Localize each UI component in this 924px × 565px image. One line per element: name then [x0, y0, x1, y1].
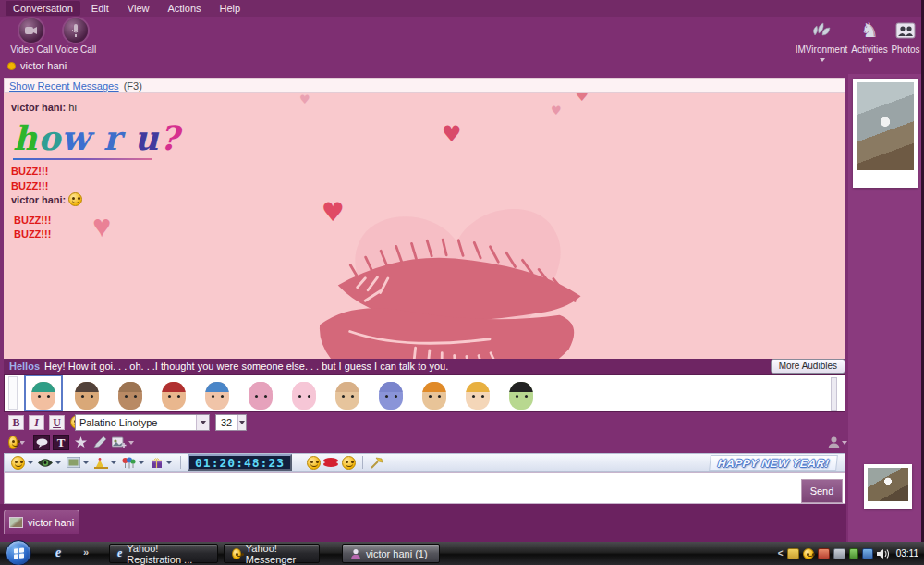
audibles-strip — [4, 374, 845, 412]
wink-emoji-icon[interactable] — [341, 455, 356, 470]
message-input-area[interactable]: Send — [4, 472, 845, 504]
folder-tray-icon[interactable] — [787, 548, 799, 559]
taskbar-button-label: Yahoo! Registration ... — [127, 543, 210, 565]
gift-box-icon[interactable] — [149, 455, 164, 470]
font-size-dropdown-arrow[interactable] — [237, 415, 246, 430]
taskbar-clock: 03:11 — [896, 548, 918, 559]
start-button[interactable] — [6, 540, 31, 565]
eye-hidden-emotion-icon[interactable] — [38, 455, 53, 470]
buzz-icon[interactable] — [72, 435, 89, 450]
audibles-scrollbar[interactable] — [831, 377, 837, 411]
kiss-lips-emoji-icon[interactable] — [323, 455, 338, 470]
display-tray-icon[interactable] — [833, 548, 845, 559]
countdown-timer-display: 01:20:48:23 — [188, 454, 292, 471]
contact-details-icon[interactable] — [826, 435, 848, 450]
voice-call-label: Voice Call — [55, 44, 96, 55]
show-recent-messages-link[interactable]: Show Recent Messages — [9, 80, 119, 92]
more-audibles-button[interactable]: More Audibles — [771, 359, 845, 374]
text-mode-icon[interactable]: T — [53, 435, 69, 450]
tab-label: victor hani — [28, 517, 74, 528]
italic-button[interactable]: I — [29, 415, 44, 430]
add-photo-icon[interactable] — [111, 435, 135, 450]
imvironment-label: IMVironment — [796, 44, 848, 55]
contact-bar: victor hani — [0, 57, 924, 74]
heart-icon: ♥ — [299, 93, 310, 105]
audible-character-blonde-woman[interactable] — [460, 376, 495, 410]
microphone-icon — [64, 18, 88, 43]
taskbar-button-messenger[interactable]: Yahoo! Messenger — [224, 544, 320, 563]
contact-webcam-photo[interactable] — [853, 79, 918, 188]
chess-knight-icon: ♞ — [857, 18, 881, 43]
ie-quicklaunch-icon[interactable]: e — [55, 546, 61, 560]
yahoo-smiley-icon — [232, 548, 241, 559]
audible-category: Hellos — [9, 361, 40, 372]
audible-character-blonde-blue-cap[interactable] — [200, 376, 235, 410]
photos-button[interactable]: Photos — [889, 18, 922, 55]
font-family-dropdown-arrow[interactable] — [196, 415, 209, 430]
taskbar-button-registration[interactable]: e Yahoo! Registration ... — [109, 544, 218, 563]
taskbar-button-label: Yahoo! Messenger — [246, 543, 311, 565]
menu-edit[interactable]: Edit — [84, 1, 116, 16]
audible-character-man-red-beanie[interactable] — [156, 376, 191, 410]
own-display-photo[interactable] — [864, 464, 912, 509]
audible-character-man-orange-hat[interactable] — [417, 376, 452, 410]
composer-icon-row: T — [4, 433, 845, 453]
bold-button[interactable]: B — [8, 415, 24, 430]
audible-character-witch[interactable] — [504, 376, 539, 410]
volume-tray-icon[interactable] — [877, 548, 889, 559]
audible-characters — [26, 376, 539, 410]
conversation-tab[interactable]: victor hani — [4, 510, 79, 534]
recent-messages-hotkey: (F3) — [124, 80, 142, 92]
font-family-select[interactable]: Palatino Linotype — [75, 414, 210, 431]
party-favor-icon[interactable] — [93, 455, 108, 470]
contact-name: victor hani — [20, 60, 67, 71]
tools-hammer-icon[interactable] — [370, 455, 384, 470]
rainbow-message: how r u? — [13, 118, 180, 157]
audible-character-man-in-suit[interactable] — [69, 376, 104, 410]
heart-icon: ♥ — [551, 104, 562, 117]
buzz-message: BUZZ!!! — [14, 215, 51, 226]
font-family-value: Palatino Linotype — [79, 417, 157, 428]
rainbow-underline — [13, 158, 152, 160]
yahoo-messenger-tray-icon[interactable] — [803, 548, 814, 559]
audible-character-girl-green-cap[interactable] — [26, 376, 61, 410]
underline-button[interactable]: U — [49, 415, 65, 430]
voice-call-button[interactable]: Voice Call — [50, 18, 102, 55]
chat-message: victor hani: hi — [11, 102, 77, 113]
audibles-toggle-icon[interactable] — [33, 435, 50, 450]
emoticon-smiley-icon[interactable] — [10, 455, 25, 470]
network-tray-icon[interactable] — [862, 548, 873, 559]
menu-help[interactable]: Help — [213, 1, 249, 16]
laughing-emoji-icon[interactable] — [306, 455, 321, 470]
tray-chevron[interactable]: < — [778, 548, 784, 559]
audible-character-blue-dog[interactable] — [373, 376, 408, 410]
audibles-scroll-left[interactable] — [8, 376, 18, 410]
audible-character-cyclops[interactable] — [330, 376, 365, 410]
conversation-tab-bar: victor hani — [0, 504, 846, 542]
send-button[interactable]: Send — [801, 479, 843, 503]
menu-actions[interactable]: Actions — [160, 1, 208, 16]
video-call-label: Video Call — [10, 44, 52, 55]
photo-share-icon[interactable] — [66, 455, 80, 470]
heart-icon: ♥ — [442, 123, 462, 145]
audible-character-pink-baby[interactable] — [286, 376, 322, 410]
laughing-emoticon-icon — [68, 192, 82, 206]
taskbar-button-victor-hani[interactable]: victor hani (1) — [342, 544, 440, 563]
update-tray-icon[interactable] — [849, 548, 858, 559]
heart-icon: ♥ — [92, 208, 111, 244]
menu-conversation[interactable]: Conversation — [6, 1, 80, 16]
menu-view[interactable]: View — [120, 1, 157, 16]
chat-message-area[interactable]: ♥ ♥ ♥ ♥ ♥ victor hani: hi ♥ how r u? BUZ… — [4, 93, 845, 359]
photos-label: Photos — [891, 44, 919, 55]
main-toolbar: Video Call Voice Call IMVironment ♞ Acti… — [0, 17, 924, 57]
emoticon-picker-icon[interactable] — [8, 435, 25, 450]
doodle-pencil-icon[interactable] — [91, 435, 108, 450]
audible-character-pink-man[interactable] — [243, 376, 278, 410]
balloons-icon[interactable] — [121, 455, 136, 470]
toolbar-separator — [362, 456, 363, 469]
font-size-select[interactable]: 32 — [215, 414, 247, 431]
audible-character-bald-man[interactable] — [113, 376, 148, 410]
tab-thumbnail-icon — [9, 517, 23, 528]
quicklaunch-overflow-chevron[interactable]: » — [83, 547, 89, 558]
photo-app-tray-icon[interactable] — [818, 548, 830, 559]
